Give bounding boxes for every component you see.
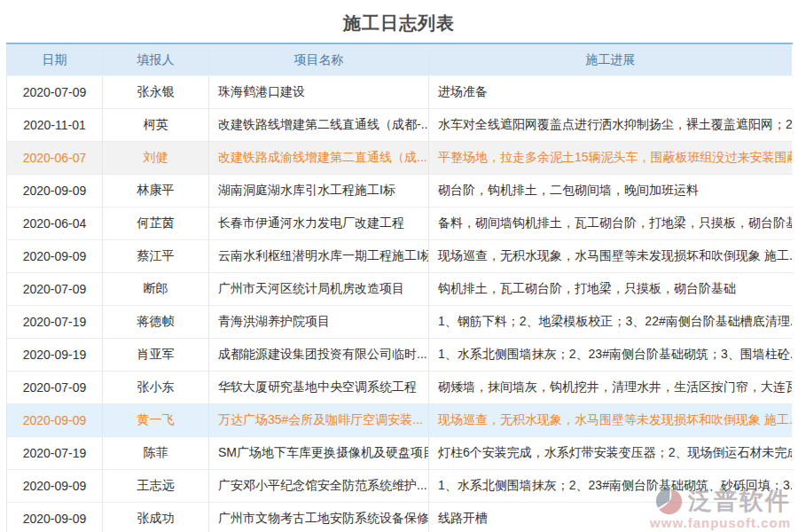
cell-reporter-link[interactable]: 肖亚军 [103,339,209,372]
table-row[interactable]: 2020-11-01柯英改建铁路线增建第二线直通线（成都-...水车对全线遮阳网… [7,109,793,142]
table-row[interactable]: 2020-09-09黄一飞万达广场35#会所及咖啡厅空调安装...现场巡查，无积… [7,404,793,437]
construction-log-table: 日期 填报人 项目名称 施工进展 2020-07-09张永银珠海鹤港口建设进场准… [6,43,793,532]
cell-project-link[interactable]: 广州市天河区统计局机房改造项目 [209,273,429,306]
cell-progress: 水车对全线遮阳网覆盖点进行洒水抑制扬尘，裸土覆盖遮阳网；2... [429,109,793,142]
cell-date: 2020-07-09 [7,372,103,404]
cell-project-link[interactable]: 成都能源建设集团投资有限公司临时... [209,339,429,372]
cell-date: 2020-06-04 [7,207,103,240]
cell-date: 2020-11-01 [7,109,103,142]
cell-project-link[interactable]: 万达广场35#会所及咖啡厅空调安装... [209,404,429,437]
cell-project-link[interactable]: 广安邓小平纪念馆安全防范系统维护... [209,470,429,503]
cell-progress: 现场巡查，无积水现象，水马围壁等未发现损坏和吹倒现象 施工... [429,404,793,437]
col-header-progress: 施工进展 [429,43,793,76]
cell-date: 2020-09-09 [7,175,103,207]
col-header-reporter: 填报人 [103,43,209,76]
cell-project-link[interactable]: 湖南洞庭湖水库引水工程施工I标 [209,175,429,207]
page-title: 施工日志列表 [0,0,798,42]
cell-date: 2020-09-19 [7,339,103,372]
cell-date: 2020-07-09 [7,76,103,109]
table-row[interactable]: 2020-09-09张成功广州市文物考古工地安防系统设备保修线路开槽 [7,503,793,532]
cell-reporter-link[interactable]: 何芷茵 [103,207,209,240]
cell-progress: 砌台阶，钩机排土，二包砌间墙，晚间加班运料 [429,175,793,207]
table-row[interactable]: 2020-07-09张永银珠海鹤港口建设进场准备 [7,76,793,109]
cell-progress: 现场巡查，无积水现象，水马围壁等未发现损坏和吹倒现象 施工... [429,240,793,273]
cell-progress: 砌矮墙，抹间墙灰，钩机挖井，清理水井，生活区按门帘，大连瓦... [429,372,793,404]
col-header-project: 项目名称 [209,43,429,76]
cell-reporter-link[interactable]: 陈菲 [103,437,209,470]
cell-project-link[interactable]: 青海洪湖养护院项目 [209,306,429,339]
table-body: 2020-07-09张永银珠海鹤港口建设进场准备2020-11-01柯英改建铁路… [7,76,793,532]
cell-reporter-link[interactable]: 王志远 [103,470,209,503]
cell-project-link[interactable]: 改建铁路成渝线增建第二直通线（成... [209,142,429,175]
cell-date: 2020-09-09 [7,470,103,503]
cell-reporter-link[interactable]: 林康平 [103,175,209,207]
table-row[interactable]: 2020-09-09林康平湖南洞庭湖水库引水工程施工I标砌台阶，钩机排土，二包砌… [7,175,793,207]
cell-project-link[interactable]: 改建铁路线增建第二线直通线（成都-... [209,109,429,142]
cell-progress: 平整场地，拉走多余泥土15辆泥头车，围蔽板班组没过来安装围蔽... [429,142,793,175]
cell-progress: 1、水系北侧围墙抹灰；2、23#南侧台阶基础砌筑；3、围墙柱砼... [429,339,793,372]
cell-date: 2020-07-19 [7,437,103,470]
cell-date: 2020-09-09 [7,240,103,273]
cell-project-link[interactable]: 云南水利枢纽潜明水库一期工程施工I标 [209,240,429,273]
cell-project-link[interactable]: SM广场地下车库更换摄像机及硬盘项目 [209,437,429,470]
cell-reporter-link[interactable]: 张成功 [103,503,209,532]
cell-project-link[interactable]: 华软大厦研究基地中央空调系统工程 [209,372,429,404]
cell-reporter-link[interactable]: 张小东 [103,372,209,404]
table-header-row: 日期 填报人 项目名称 施工进展 [7,43,793,76]
cell-progress: 1、钢筋下料；2、地梁模板校正；3、22#南侧台阶基础槽底清理... [429,306,793,339]
cell-project-link[interactable]: 珠海鹤港口建设 [209,76,429,109]
cell-reporter-link[interactable]: 张永银 [103,76,209,109]
table-row[interactable]: 2020-06-07刘健改建铁路成渝线增建第二直通线（成...平整场地，拉走多余… [7,142,793,175]
cell-date: 2020-09-09 [7,503,103,532]
cell-progress: 进场准备 [429,76,793,109]
cell-progress: 线路开槽 [429,503,793,532]
cell-reporter-link[interactable]: 柯英 [103,109,209,142]
table-row[interactable]: 2020-09-09王志远广安邓小平纪念馆安全防范系统维护...1、水系北侧围墙… [7,470,793,503]
cell-progress: 钩机排土，瓦工砌台阶，打地梁，只摸板，砌台阶基础 [429,273,793,306]
cell-date: 2020-07-09 [7,273,103,306]
table-row[interactable]: 2020-07-19蒋德帧青海洪湖养护院项目1、钢筋下料；2、地梁模板校正；3、… [7,306,793,339]
table-row[interactable]: 2020-07-09张小东华软大厦研究基地中央空调系统工程砌矮墙，抹间墙灰，钩机… [7,372,793,404]
cell-progress: 1、水系北侧围墙抹灰；2、23#南侧台阶基础砌筑、砂砾回填；3... [429,470,793,503]
cell-date: 2020-07-19 [7,306,103,339]
cell-reporter-link[interactable]: 刘健 [103,142,209,175]
cell-project-link[interactable]: 广州市文物考古工地安防系统设备保修 [209,503,429,532]
table-row[interactable]: 2020-07-09断郎广州市天河区统计局机房改造项目钩机排土，瓦工砌台阶，打地… [7,273,793,306]
cell-progress: 备料，砌间墙钩机排土，瓦工砌台阶，打地梁，只摸板，砌台阶基... [429,207,793,240]
col-header-date: 日期 [7,43,103,76]
cell-progress: 灯柱6个安装完成，水系灯带安装变压器；2、现场倒运石材未完成... [429,437,793,470]
cell-reporter-link[interactable]: 蒋德帧 [103,306,209,339]
table-row[interactable]: 2020-06-04何芷茵长春市伊通河水力发电厂改建工程备料，砌间墙钩机排土，瓦… [7,207,793,240]
table-row[interactable]: 2020-07-19陈菲SM广场地下车库更换摄像机及硬盘项目灯柱6个安装完成，水… [7,437,793,470]
cell-reporter-link[interactable]: 黄一飞 [103,404,209,437]
table-row[interactable]: 2020-09-19肖亚军成都能源建设集团投资有限公司临时...1、水系北侧围墙… [7,339,793,372]
cell-project-link[interactable]: 长春市伊通河水力发电厂改建工程 [209,207,429,240]
cell-reporter-link[interactable]: 蔡江平 [103,240,209,273]
cell-reporter-link[interactable]: 断郎 [103,273,209,306]
table-row[interactable]: 2020-09-09蔡江平云南水利枢纽潜明水库一期工程施工I标现场巡查，无积水现… [7,240,793,273]
cell-date: 2020-06-07 [7,142,103,175]
cell-date: 2020-09-09 [7,404,103,437]
